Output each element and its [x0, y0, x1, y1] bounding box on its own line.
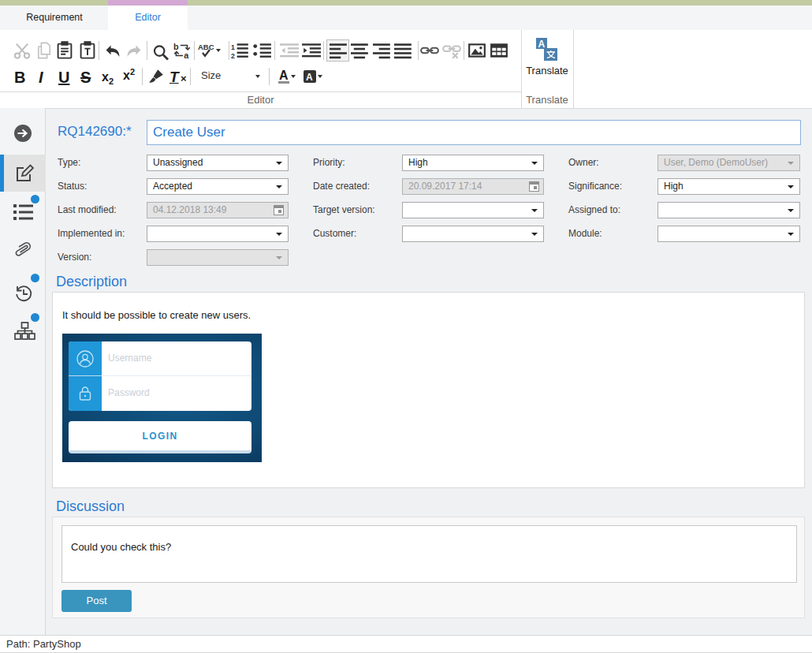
svg-text:A: A — [538, 39, 546, 50]
svg-text:A: A — [306, 72, 313, 83]
svg-text:2: 2 — [231, 52, 235, 60]
svg-text:ABC: ABC — [198, 43, 214, 51]
svg-text:1: 1 — [231, 43, 235, 51]
svg-text:a: a — [184, 50, 189, 60]
svg-text:b: b — [173, 42, 179, 51]
